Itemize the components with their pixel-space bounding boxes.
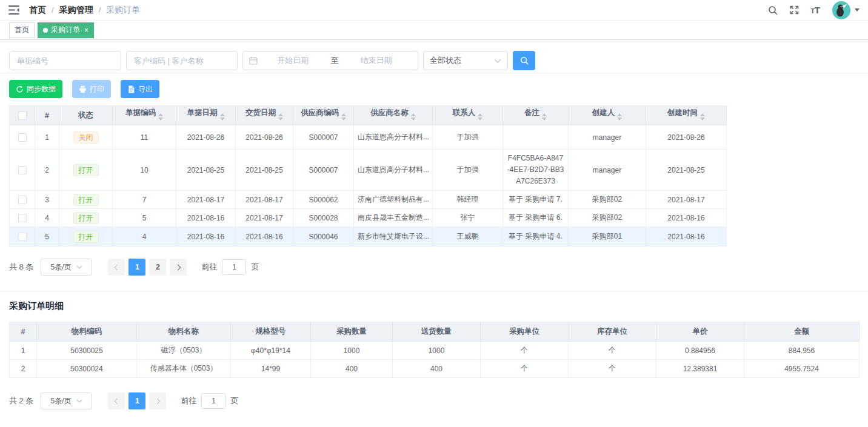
sort-desc-icon: [478, 118, 482, 123]
page-size-select[interactable]: 5条/页: [41, 259, 92, 276]
order-remark: [503, 125, 569, 150]
row-select-cell: [10, 209, 35, 227]
orders-column-header[interactable]: 供应商名称: [354, 106, 433, 125]
spec-model: 14*99: [231, 360, 311, 378]
status-select[interactable]: 全部状态: [423, 51, 508, 70]
tab-purchase-order[interactable]: 采购订单 ×: [38, 22, 94, 38]
sort-carets-icon: [542, 111, 547, 123]
column-label: 单据日期: [187, 108, 218, 117]
breadcrumb-item-purchase-mgmt[interactable]: 采购管理: [59, 5, 93, 16]
search-button[interactable]: [513, 51, 535, 70]
sync-data-button[interactable]: 同步数据: [9, 80, 62, 98]
chevron-down-icon: [76, 265, 82, 269]
sort-asc-icon: [220, 111, 225, 116]
start-date-placeholder[interactable]: 开始日期: [258, 55, 329, 66]
details-column-header: 采购数量: [311, 322, 393, 342]
chevron-left-icon: [115, 398, 121, 404]
export-button[interactable]: 导出: [121, 80, 159, 98]
prev-page-button[interactable]: [108, 392, 125, 409]
tab-home[interactable]: 首页: [9, 22, 35, 38]
chevron-right-icon: [175, 264, 181, 270]
row-select-cell: [10, 150, 35, 191]
contact-name: 张宁: [433, 209, 503, 227]
detail-row[interactable]: 150300025磁浮（0503）φ40*φ19*1410001000个个0.8…: [10, 342, 860, 360]
orders-column-header[interactable]: 单据日期: [176, 106, 236, 125]
supplier-name: 山东道恩高分子材料...: [354, 125, 433, 150]
created-time: 2021-08-16: [646, 227, 727, 247]
select-all-checkbox[interactable]: [18, 111, 27, 120]
header-search-button[interactable]: [768, 5, 778, 15]
sort-asc-icon: [411, 111, 416, 116]
breadcrumb-item-purchase-order: 采购订单: [106, 5, 140, 16]
orders-column-header[interactable]: 单据编码: [113, 106, 176, 125]
column-label: 联系人: [453, 108, 476, 117]
order-code: 11: [113, 125, 176, 150]
sort-desc-icon: [411, 118, 416, 123]
row-checkbox[interactable]: [18, 166, 27, 174]
sort-carets-icon: [341, 111, 346, 123]
orders-column-header[interactable]: 供应商编码: [293, 106, 354, 125]
material-code: 50300025: [37, 342, 137, 360]
details-column-header: 金额: [744, 322, 860, 342]
order-no-input[interactable]: [9, 51, 121, 70]
next-page-button[interactable]: [170, 259, 187, 276]
sort-desc-icon: [278, 118, 283, 123]
supplier-code: S000007: [293, 150, 354, 191]
goto-page-input[interactable]: [222, 259, 246, 275]
print-button[interactable]: 打印: [72, 80, 111, 98]
page-number-button[interactable]: 1: [129, 259, 145, 276]
range-separator: 至: [329, 55, 341, 66]
breadcrumb-item-home[interactable]: 首页: [29, 5, 46, 16]
created-time: 2021-08-26: [646, 125, 727, 150]
date-range-picker[interactable]: 开始日期 至 结束日期: [242, 51, 418, 70]
sort-asc-icon: [700, 111, 705, 116]
goto-page-input[interactable]: [201, 393, 225, 409]
supplier-name: 南皮县晟丰五金制造...: [354, 209, 433, 227]
row-checkbox[interactable]: [18, 214, 27, 222]
print-label: 打印: [90, 84, 104, 94]
sort-carets-icon: [278, 111, 283, 123]
order-row[interactable]: 5打开42021-08-162021-08-16S000046新乡市特艾斯电子设…: [10, 227, 727, 247]
order-row[interactable]: 2打开102021-08-252021-08-25S000007山东道恩高分子材…: [10, 150, 727, 191]
tags-view-bar: 首页 采购订单 ×: [0, 21, 868, 40]
order-remark: F4FC5BA6-A847-4EE7-B2D7-BB3A7C26E373: [503, 150, 569, 191]
orders-column-header[interactable]: 备注: [503, 106, 569, 125]
creator-name: 采购部01: [569, 227, 646, 247]
orders-column-header[interactable]: 交货日期: [236, 106, 293, 125]
row-checkbox[interactable]: [18, 133, 27, 142]
details-column-header: 单价: [656, 322, 744, 342]
font-size-icon[interactable]: TT: [811, 5, 820, 15]
orders-column-header[interactable]: 创建人: [569, 106, 646, 125]
amount: 884.956: [744, 342, 860, 360]
order-row[interactable]: 3打开72021-08-172021-08-17S000062济南广德塑料制品有…: [10, 191, 727, 209]
sidebar-toggle-button[interactable]: [8, 5, 19, 15]
purchase-qty: 1000: [311, 342, 393, 360]
creator-name: 采购部02: [569, 209, 646, 227]
page-size-value: 5条/页: [50, 262, 71, 273]
row-checkbox[interactable]: [18, 196, 27, 204]
detail-section-title: 采购订单明细: [9, 300, 859, 312]
fullscreen-button[interactable]: [790, 5, 799, 15]
orders-column-header[interactable]: 创建时间: [646, 106, 727, 125]
page-unit-label: 页: [230, 396, 238, 406]
order-row[interactable]: 1关闭112021-08-262021-08-26S000007山东道恩高分子材…: [10, 125, 727, 150]
orders-column-header: 状态: [59, 106, 113, 125]
order-row[interactable]: 4打开52021-08-162021-08-17S000028南皮县晟丰五金制造…: [10, 209, 727, 227]
page-number-button[interactable]: 2: [149, 259, 166, 276]
order-index: 3: [35, 191, 59, 209]
prev-page-button[interactable]: [108, 259, 125, 276]
next-page-button[interactable]: [149, 392, 166, 409]
row-checkbox[interactable]: [18, 233, 27, 241]
customer-input[interactable]: [126, 51, 238, 70]
sort-asc-icon: [478, 111, 482, 116]
order-date: 2021-08-16: [176, 209, 236, 227]
page-number-button[interactable]: 1: [129, 392, 145, 409]
stock-unit: 个: [569, 342, 656, 360]
orders-column-header[interactable]: 联系人: [433, 106, 503, 125]
user-menu[interactable]: [832, 1, 860, 19]
tab-close-icon[interactable]: ×: [84, 26, 88, 35]
detail-row[interactable]: 250300024传感器本体（0503）14*99400400个个12.3893…: [10, 360, 860, 378]
chevron-down-icon: [494, 59, 501, 63]
end-date-placeholder[interactable]: 结束日期: [341, 55, 412, 66]
page-size-select[interactable]: 5条/页: [41, 392, 92, 409]
